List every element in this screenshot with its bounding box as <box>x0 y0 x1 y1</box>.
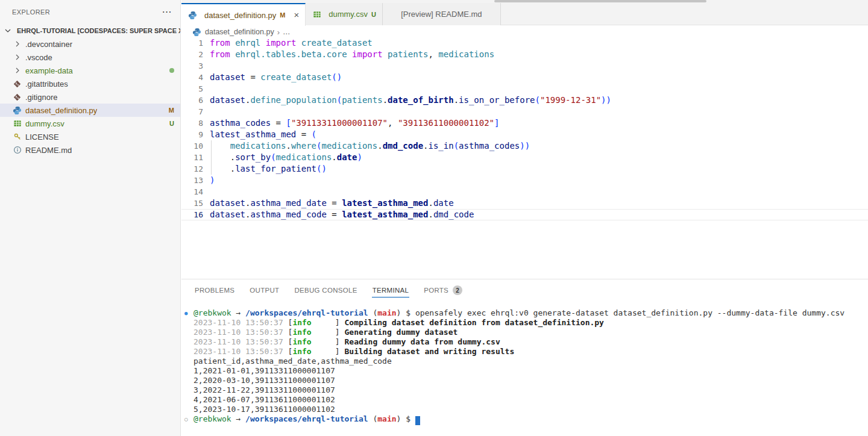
terminal-gutter <box>184 337 193 347</box>
file-tree: .devcontainer.vscodeexample-data.gitattr… <box>0 37 180 157</box>
terminal-text: 2,2020-03-10,39113311000001107 <box>193 376 335 385</box>
code-line-5: 5 <box>181 83 868 95</box>
tree-item-label: .gitattributes <box>25 79 68 89</box>
git-status-badge: M <box>169 107 174 114</box>
tab-dataset-definition.py[interactable]: dataset_definition.pyM× <box>181 3 306 26</box>
code-text: dataset.define_population(patients.date_… <box>203 95 611 106</box>
explorer-title: EXPLORER <box>12 8 50 16</box>
tabbar-scrollbar[interactable] <box>494 0 706 2</box>
chevron-right-icon <box>12 66 22 75</box>
tree-item-readme.md[interactable]: README.md <box>0 143 180 157</box>
breadcrumb[interactable]: dataset_definition.py › … <box>181 25 868 39</box>
terminal-text: 1,2021-01-01,39113311000001107 <box>193 366 335 376</box>
code-text: from ehrql import create_dataset <box>203 37 373 49</box>
terminal-cursor <box>415 416 420 425</box>
git-icon <box>12 92 22 102</box>
info-icon <box>12 145 22 155</box>
code-text: ) <box>203 175 215 186</box>
close-icon[interactable]: × <box>294 11 299 19</box>
tab-label: [Preview] README.md <box>401 10 482 19</box>
terminal-text: 2023-11-10 13:50:37 [info ] Compiling da… <box>193 318 604 328</box>
terminal-gutter <box>184 328 193 337</box>
tree-item-dataset-definition.py[interactable]: dataset_definition.pyM <box>0 104 180 117</box>
code-text: from ehrql.tables.beta.core import patie… <box>203 49 494 60</box>
line-number: 2 <box>181 49 203 60</box>
panel-tabs: PROBLEMSOUTPUTDEBUG CONSOLETERMINALPORTS… <box>181 279 868 301</box>
explorer-sidebar: EXPLORER ⋯ EHRQL-TUTORIAL [CODESPACES: S… <box>0 0 181 436</box>
editor-group: dataset_definition.pyM×dummy.csvU[Previe… <box>181 0 868 436</box>
tree-item-label: dummy.csv <box>25 119 64 128</box>
workspace-section-header[interactable]: EHRQL-TUTORIAL [CODESPACES: SUPER SPACE … <box>0 24 180 37</box>
panel-tab-terminal[interactable]: TERMINAL <box>372 283 410 297</box>
tree-item-.gitignore[interactable]: .gitignore <box>0 90 180 104</box>
tab-dummy.csv[interactable]: dummy.csvU <box>306 3 383 25</box>
code-text: asthma_codes = ["39113311000001107", "39… <box>203 117 500 129</box>
terminal-gutter <box>184 395 193 405</box>
line-number: 4 <box>181 72 203 83</box>
code-line-6: 6dataset.define_population(patients.date… <box>181 95 868 106</box>
tree-item-example-data[interactable]: example-data <box>0 64 180 77</box>
terminal[interactable]: ●@rebkwok → /workspaces/ehrql-tutorial (… <box>181 308 868 436</box>
code-line-3: 3 <box>181 60 868 72</box>
code-text <box>203 83 210 95</box>
terminal-gutter <box>184 385 193 395</box>
tree-item-label: .vscode <box>25 53 52 62</box>
git-icon <box>12 79 22 89</box>
explorer-header: EXPLORER ⋯ <box>0 0 180 24</box>
more-actions-icon[interactable]: ⋯ <box>162 9 172 15</box>
tree-item-.devcontainer[interactable]: .devcontainer <box>0 37 180 51</box>
code-line-9: 9latest_asthma_med = ( <box>181 129 868 140</box>
terminal-line-8: 2,2020-03-10,39113311000001107 <box>181 376 868 385</box>
terminal-gutter <box>184 318 193 328</box>
terminal-line-3: 2023-11-10 13:50:37 [info ] Generating d… <box>181 328 868 337</box>
code-text: dataset = create_dataset() <box>203 72 342 83</box>
line-number: 16 <box>181 209 203 220</box>
terminal-gutter <box>184 357 193 366</box>
code-line-11: 11 .sort_by(medications.date) <box>181 152 868 163</box>
terminal-text: 2023-11-10 13:50:37 [info ] Building dat… <box>193 347 514 357</box>
code-text: medications.where(medications.dmd_code.i… <box>203 140 530 152</box>
code-editor[interactable]: 1from ehrql import create_dataset2from e… <box>181 37 868 279</box>
tab--preview-readme.md[interactable]: [Preview] README.md <box>383 3 501 25</box>
terminal-line-11: 5,2023-10-17,39113611000001102 <box>181 405 868 414</box>
tree-item-label: README.md <box>25 146 72 155</box>
panel-tab-problems[interactable]: PROBLEMS <box>194 283 235 297</box>
panel-tab-output[interactable]: OUTPUT <box>249 283 280 297</box>
line-number: 9 <box>181 129 203 140</box>
python-icon <box>12 105 22 115</box>
breadcrumb-more[interactable]: … <box>283 28 291 36</box>
terminal-line-5: 2023-11-10 13:50:37 [info ] Building dat… <box>181 347 868 357</box>
command-decoration-open-icon: ○ <box>184 414 193 425</box>
breadcrumb-file[interactable]: dataset_definition.py <box>205 28 274 36</box>
code-text: .last_for_patient() <box>203 163 327 175</box>
terminal-line-10: 4,2021-06-07,39113611000001102 <box>181 395 868 405</box>
tree-item-license[interactable]: LICENSE <box>0 130 180 143</box>
code-line-2: 2from ehrql.tables.beta.core import pati… <box>181 49 868 60</box>
panel-tab-label: DEBUG CONSOLE <box>294 287 357 294</box>
tree-item-.vscode[interactable]: .vscode <box>0 51 180 64</box>
csv-icon <box>12 119 22 128</box>
code-text: latest_asthma_med = ( <box>203 129 316 140</box>
tree-item-.gitattributes[interactable]: .gitattributes <box>0 77 180 90</box>
terminal-line-2: 2023-11-10 13:50:37 [info ] Compiling da… <box>181 318 868 328</box>
tree-item-dummy.csv[interactable]: dummy.csvU <box>0 117 180 130</box>
panel-tab-ports[interactable]: PORTS2 <box>423 282 463 299</box>
tree-item-label: dataset_definition.py <box>25 106 97 115</box>
code-text <box>203 60 210 72</box>
terminal-line-12: ○@rebkwok → /workspaces/ehrql-tutorial (… <box>181 414 868 425</box>
terminal-gutter <box>184 366 193 376</box>
line-number: 13 <box>181 175 203 186</box>
terminal-gutter <box>184 405 193 414</box>
terminal-text: @rebkwok → /workspaces/ehrql-tutorial (m… <box>193 414 420 425</box>
chevron-right-icon <box>12 39 22 49</box>
csv-icon <box>312 10 322 19</box>
panel-tab-label: OUTPUT <box>250 287 279 294</box>
terminal-gutter <box>184 347 193 357</box>
line-number: 3 <box>181 60 203 72</box>
terminal-text: @rebkwok → /workspaces/ehrql-tutorial (m… <box>193 308 844 318</box>
git-status-dot <box>169 68 174 73</box>
git-status-badge: M <box>280 11 285 19</box>
code-line-16: 16dataset.asthma_med_code = latest_asthm… <box>181 209 868 220</box>
panel-tab-debug-console[interactable]: DEBUG CONSOLE <box>294 283 357 297</box>
terminal-line-1: ●@rebkwok → /workspaces/ehrql-tutorial (… <box>181 308 868 318</box>
